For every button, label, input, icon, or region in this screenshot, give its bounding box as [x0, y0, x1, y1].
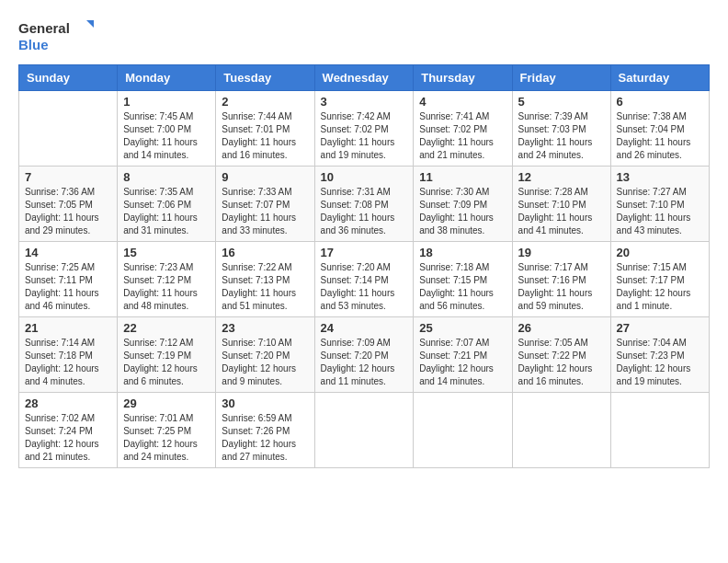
day-number: 19: [518, 246, 605, 259]
day-number: 20: [617, 246, 703, 259]
calendar-cell: 11Sunrise: 7:30 AM Sunset: 7:09 PM Dayli…: [414, 167, 512, 242]
day-info: Sunrise: 7:35 AM Sunset: 7:06 PM Dayligh…: [123, 186, 210, 237]
calendar-cell: 25Sunrise: 7:07 AM Sunset: 7:21 PM Dayli…: [414, 317, 512, 393]
calendar-cell: 29Sunrise: 7:01 AM Sunset: 7:25 PM Dayli…: [118, 393, 216, 468]
day-number: 16: [222, 246, 308, 259]
day-info: Sunrise: 7:18 AM Sunset: 7:15 PM Dayligh…: [419, 261, 506, 313]
day-number: 27: [617, 321, 703, 335]
calendar-cell: 28Sunrise: 7:02 AM Sunset: 7:24 PM Dayli…: [19, 393, 118, 468]
day-info: Sunrise: 7:23 AM Sunset: 7:12 PM Dayligh…: [123, 261, 210, 313]
day-info: Sunrise: 7:28 AM Sunset: 7:10 PM Dayligh…: [518, 186, 605, 237]
day-number: 25: [419, 321, 506, 335]
day-info: Sunrise: 7:05 AM Sunset: 7:22 PM Dayligh…: [518, 337, 605, 388]
logo-svg: GeneralBlue: [18, 18, 101, 55]
calendar-cell: 4Sunrise: 7:41 AM Sunset: 7:02 PM Daylig…: [414, 91, 512, 167]
day-info: Sunrise: 7:10 AM Sunset: 7:20 PM Dayligh…: [222, 337, 308, 388]
day-info: Sunrise: 7:25 AM Sunset: 7:11 PM Dayligh…: [25, 261, 111, 313]
calendar-cell: 18Sunrise: 7:18 AM Sunset: 7:15 PM Dayli…: [414, 242, 512, 317]
calendar-cell: 27Sunrise: 7:04 AM Sunset: 7:23 PM Dayli…: [610, 317, 709, 393]
calendar-cell: 23Sunrise: 7:10 AM Sunset: 7:20 PM Dayli…: [216, 317, 314, 393]
day-number: 21: [25, 321, 111, 335]
calendar-cell: 8Sunrise: 7:35 AM Sunset: 7:06 PM Daylig…: [118, 167, 216, 242]
svg-text:Blue: Blue: [18, 37, 49, 52]
weekday-header-monday: Monday: [118, 65, 216, 91]
day-number: 7: [25, 170, 111, 184]
day-number: 14: [25, 246, 111, 259]
calendar-cell: 2Sunrise: 7:44 AM Sunset: 7:01 PM Daylig…: [216, 91, 314, 167]
calendar-cell: 7Sunrise: 7:36 AM Sunset: 7:05 PM Daylig…: [19, 167, 118, 242]
day-number: 30: [222, 396, 308, 410]
calendar-cell: [512, 393, 610, 468]
day-info: Sunrise: 7:04 AM Sunset: 7:23 PM Dayligh…: [617, 337, 703, 388]
day-number: 23: [222, 321, 308, 335]
day-info: Sunrise: 7:15 AM Sunset: 7:17 PM Dayligh…: [617, 261, 703, 313]
day-info: Sunrise: 7:09 AM Sunset: 7:20 PM Dayligh…: [321, 337, 408, 388]
day-number: 3: [321, 95, 408, 109]
calendar-cell: 6Sunrise: 7:38 AM Sunset: 7:04 PM Daylig…: [610, 91, 709, 167]
weekday-header-thursday: Thursday: [414, 65, 512, 91]
day-info: Sunrise: 7:36 AM Sunset: 7:05 PM Dayligh…: [25, 186, 111, 237]
day-info: Sunrise: 7:33 AM Sunset: 7:07 PM Dayligh…: [222, 186, 308, 237]
weekday-header-friday: Friday: [512, 65, 610, 91]
calendar-cell: 19Sunrise: 7:17 AM Sunset: 7:16 PM Dayli…: [512, 242, 610, 317]
calendar-week-5: 28Sunrise: 7:02 AM Sunset: 7:24 PM Dayli…: [19, 393, 710, 468]
day-info: Sunrise: 7:41 AM Sunset: 7:02 PM Dayligh…: [419, 110, 506, 162]
day-number: 28: [25, 396, 111, 410]
day-info: Sunrise: 7:12 AM Sunset: 7:19 PM Dayligh…: [123, 337, 210, 388]
day-info: Sunrise: 7:07 AM Sunset: 7:21 PM Dayligh…: [419, 337, 506, 388]
calendar-cell: 1Sunrise: 7:45 AM Sunset: 7:00 PM Daylig…: [118, 91, 216, 167]
day-number: 5: [518, 95, 605, 109]
day-info: Sunrise: 7:17 AM Sunset: 7:16 PM Dayligh…: [518, 261, 605, 313]
header: GeneralBlue: [18, 18, 710, 55]
calendar-cell: [414, 393, 512, 468]
calendar-cell: 20Sunrise: 7:15 AM Sunset: 7:17 PM Dayli…: [610, 242, 709, 317]
day-number: 6: [617, 95, 703, 109]
day-info: Sunrise: 7:38 AM Sunset: 7:04 PM Dayligh…: [617, 110, 703, 162]
calendar-cell: 13Sunrise: 7:27 AM Sunset: 7:10 PM Dayli…: [610, 167, 709, 242]
day-info: Sunrise: 7:20 AM Sunset: 7:14 PM Dayligh…: [321, 261, 408, 313]
calendar-week-1: 1Sunrise: 7:45 AM Sunset: 7:00 PM Daylig…: [19, 91, 710, 167]
day-number: 29: [123, 396, 210, 410]
calendar-week-2: 7Sunrise: 7:36 AM Sunset: 7:05 PM Daylig…: [19, 167, 710, 242]
weekday-header-row: SundayMondayTuesdayWednesdayThursdayFrid…: [19, 65, 710, 91]
day-number: 26: [518, 321, 605, 335]
calendar-cell: 22Sunrise: 7:12 AM Sunset: 7:19 PM Dayli…: [118, 317, 216, 393]
day-info: Sunrise: 7:14 AM Sunset: 7:18 PM Dayligh…: [25, 337, 111, 388]
weekday-header-sunday: Sunday: [19, 65, 118, 91]
weekday-header-tuesday: Tuesday: [216, 65, 314, 91]
day-info: Sunrise: 7:02 AM Sunset: 7:24 PM Dayligh…: [25, 412, 111, 464]
calendar-cell: 15Sunrise: 7:23 AM Sunset: 7:12 PM Dayli…: [118, 242, 216, 317]
day-number: 15: [123, 246, 210, 259]
day-number: 18: [419, 246, 506, 259]
svg-text:General: General: [18, 20, 70, 36]
day-number: 11: [419, 170, 506, 184]
day-number: 22: [123, 321, 210, 335]
calendar-cell: 17Sunrise: 7:20 AM Sunset: 7:14 PM Dayli…: [314, 242, 414, 317]
weekday-header-wednesday: Wednesday: [314, 65, 414, 91]
calendar-cell: 3Sunrise: 7:42 AM Sunset: 7:02 PM Daylig…: [314, 91, 414, 167]
calendar-cell: 21Sunrise: 7:14 AM Sunset: 7:18 PM Dayli…: [19, 317, 118, 393]
logo: GeneralBlue: [18, 18, 101, 55]
calendar-table: SundayMondayTuesdayWednesdayThursdayFrid…: [18, 64, 710, 468]
calendar-cell: 9Sunrise: 7:33 AM Sunset: 7:07 PM Daylig…: [216, 167, 314, 242]
weekday-header-saturday: Saturday: [610, 65, 709, 91]
day-info: Sunrise: 7:45 AM Sunset: 7:00 PM Dayligh…: [123, 110, 210, 162]
day-number: 8: [123, 170, 210, 184]
day-info: Sunrise: 7:30 AM Sunset: 7:09 PM Dayligh…: [419, 186, 506, 237]
day-number: 13: [617, 170, 703, 184]
calendar-cell: 12Sunrise: 7:28 AM Sunset: 7:10 PM Dayli…: [512, 167, 610, 242]
calendar-cell: [19, 91, 118, 167]
day-info: Sunrise: 7:22 AM Sunset: 7:13 PM Dayligh…: [222, 261, 308, 313]
calendar-cell: 26Sunrise: 7:05 AM Sunset: 7:22 PM Dayli…: [512, 317, 610, 393]
calendar-cell: 5Sunrise: 7:39 AM Sunset: 7:03 PM Daylig…: [512, 91, 610, 167]
calendar-cell: 14Sunrise: 7:25 AM Sunset: 7:11 PM Dayli…: [19, 242, 118, 317]
day-info: Sunrise: 7:39 AM Sunset: 7:03 PM Dayligh…: [518, 110, 605, 162]
day-number: 9: [222, 170, 308, 184]
day-number: 1: [123, 95, 210, 109]
calendar-week-3: 14Sunrise: 7:25 AM Sunset: 7:11 PM Dayli…: [19, 242, 710, 317]
calendar-week-4: 21Sunrise: 7:14 AM Sunset: 7:18 PM Dayli…: [19, 317, 710, 393]
calendar-cell: 16Sunrise: 7:22 AM Sunset: 7:13 PM Dayli…: [216, 242, 314, 317]
day-number: 2: [222, 95, 308, 109]
day-info: Sunrise: 7:44 AM Sunset: 7:01 PM Dayligh…: [222, 110, 308, 162]
day-info: Sunrise: 7:31 AM Sunset: 7:08 PM Dayligh…: [321, 186, 408, 237]
